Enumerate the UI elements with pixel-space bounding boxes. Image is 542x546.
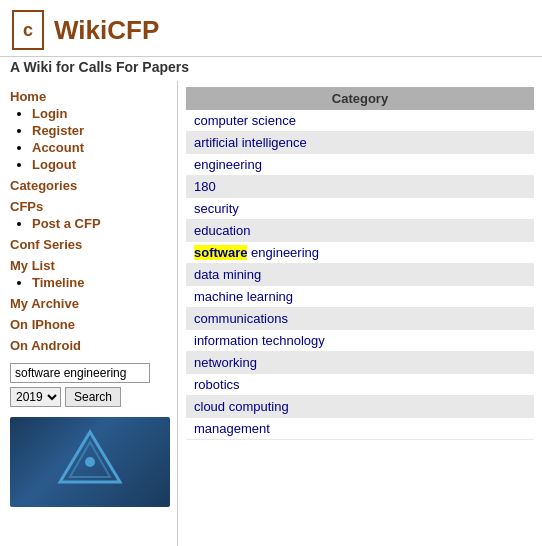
search-box: 2019 2020 2021 2018 Search	[10, 363, 169, 407]
search-input[interactable]	[10, 363, 150, 383]
table-row: communications	[186, 308, 534, 330]
table-row: education	[186, 220, 534, 242]
category-link[interactable]: engineering	[194, 157, 262, 172]
category-header: Category	[186, 87, 534, 110]
sidebar-my-list-link[interactable]: My List	[10, 258, 169, 273]
category-table: Category computer scienceartificial inte…	[186, 87, 534, 440]
sidebar-home-link[interactable]: Home	[10, 89, 169, 104]
category-link[interactable]: education	[194, 223, 250, 238]
table-row: computer science	[186, 110, 534, 132]
sidebar-post-cfp-link[interactable]: Post a CFP	[32, 216, 101, 231]
search-button[interactable]: Search	[65, 387, 121, 407]
logo-icon: c	[10, 8, 46, 52]
category-link[interactable]: computer science	[194, 113, 296, 128]
sidebar-account-link[interactable]: Account	[32, 140, 84, 155]
sidebar-register-link[interactable]: Register	[32, 123, 84, 138]
sidebar-on-iphone-link[interactable]: On IPhone	[10, 317, 169, 332]
category-link[interactable]: artificial intelligence	[194, 135, 307, 150]
sidebar-conf-series-link[interactable]: Conf Series	[10, 237, 169, 252]
category-link[interactable]: networking	[194, 355, 257, 370]
sidebar-my-list-sub: Timeline	[32, 275, 169, 290]
sidebar-my-archive-link[interactable]: My Archive	[10, 296, 169, 311]
category-link[interactable]: software engineering	[194, 245, 319, 260]
sidebar-timeline-link[interactable]: Timeline	[32, 275, 85, 290]
highlight-text: software	[194, 245, 247, 260]
category-link[interactable]: management	[194, 421, 270, 436]
sidebar-logout-link[interactable]: Logout	[32, 157, 76, 172]
table-row: artificial intelligence	[186, 132, 534, 154]
svg-point-2	[85, 457, 95, 467]
category-link[interactable]: data mining	[194, 267, 261, 282]
category-link[interactable]: robotics	[194, 377, 240, 392]
category-link[interactable]: security	[194, 201, 239, 216]
category-link[interactable]: communications	[194, 311, 288, 326]
sidebar-cfp-list: Post a CFP	[32, 216, 169, 231]
category-link[interactable]: machine learning	[194, 289, 293, 304]
table-row: security	[186, 198, 534, 220]
sidebar-login-link[interactable]: Login	[32, 106, 67, 121]
table-row: machine learning	[186, 286, 534, 308]
table-row: management	[186, 418, 534, 440]
table-row: information technology	[186, 330, 534, 352]
sidebar-auth-list: Login Register Account Logout	[32, 106, 169, 172]
tagline: A Wiki for Calls For Papers	[0, 57, 542, 81]
sidebar-image	[10, 417, 170, 507]
sidebar-on-android-link[interactable]: On Android	[10, 338, 169, 353]
table-row: software engineering	[186, 242, 534, 264]
sidebar-categories-link[interactable]: Categories	[10, 178, 169, 193]
table-row: 180	[186, 176, 534, 198]
sidebar-cfps-link[interactable]: CFPs	[10, 199, 169, 214]
category-link[interactable]: information technology	[194, 333, 325, 348]
category-link[interactable]: 180	[194, 179, 216, 194]
category-link[interactable]: cloud computing	[194, 399, 289, 414]
site-title: WikiCFP	[54, 15, 159, 46]
table-row: robotics	[186, 374, 534, 396]
table-row: networking	[186, 352, 534, 374]
table-row: data mining	[186, 264, 534, 286]
year-select[interactable]: 2019 2020 2021 2018	[10, 387, 61, 407]
table-row: engineering	[186, 154, 534, 176]
table-row: cloud computing	[186, 396, 534, 418]
